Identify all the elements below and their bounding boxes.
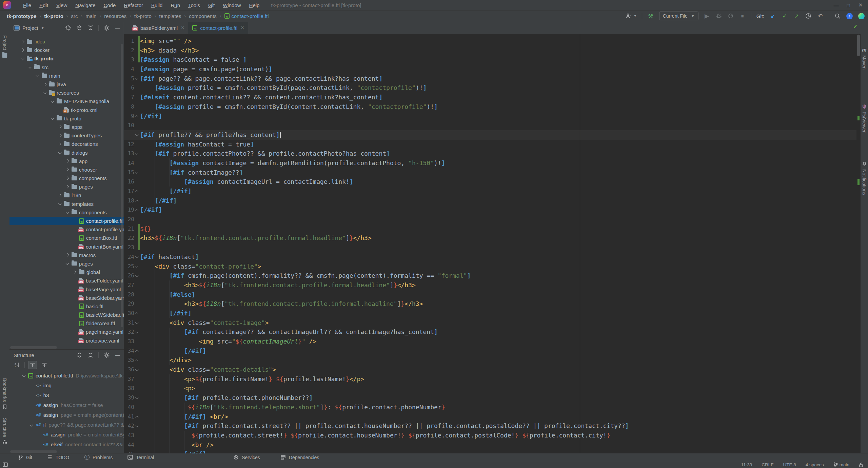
locate-icon[interactable] xyxy=(65,24,72,31)
menu-window[interactable]: Window xyxy=(219,2,245,8)
chevron-collapsed-icon[interactable] xyxy=(58,124,62,129)
code-line-17[interactable]: [/#if] xyxy=(140,187,856,196)
chevron-collapsed-icon[interactable] xyxy=(58,133,62,138)
code-line-41[interactable]: [/#if] <br/> xyxy=(140,412,856,422)
breadcrumb-item[interactable]: ftlcontact-profile.ftl xyxy=(224,13,269,19)
code-line-8[interactable]: [#assign profile = cmsfn.contentById(con… xyxy=(140,102,856,112)
ide-update-icon[interactable]: ↑ xyxy=(846,13,853,19)
editor-gutter[interactable]: 1234567891011121314151617181920212223242… xyxy=(124,34,140,453)
chevron-expanded-icon[interactable] xyxy=(65,210,70,215)
structure-item-assign[interactable]: <#assignpage = cmsfn.page(content) xyxy=(9,410,124,420)
minimize-icon[interactable]: — xyxy=(831,1,842,9)
tree-item-components[interactable]: components xyxy=(9,174,124,182)
breadcrumb-item[interactable]: components xyxy=(189,13,217,19)
fold-marker-icon[interactable] xyxy=(135,264,138,268)
code-line-38[interactable]: <p> xyxy=(140,384,856,393)
tool-window-button-dependencies[interactable]: Dependencies xyxy=(280,454,319,461)
chevron-collapsed-icon[interactable] xyxy=(65,184,70,189)
code-line-29[interactable]: <h3>${i18n["tk.frontend.contact.profile.… xyxy=(140,299,856,309)
tree-item-i18n[interactable]: i18n xyxy=(9,191,124,199)
code-line-22[interactable]: <h3>${i18n["tk.frontend.contact.profile.… xyxy=(140,233,856,243)
code-line-12[interactable]: [#assign hasContact = true] xyxy=(140,140,856,149)
structure-item-contact-profile.ftl[interactable]: ftlcontact-profile.ftlD:\java\workspace\… xyxy=(9,371,124,381)
tree-item-basicWSidebar.ftl[interactable]: ftlbasicWSidebar.ftl xyxy=(9,311,124,319)
tool-window-button-services[interactable]: Services xyxy=(233,454,260,461)
tree-item-tk-proto[interactable]: tk-proto xyxy=(9,54,124,63)
code-line-15[interactable]: [#if contactImage??] xyxy=(140,168,856,177)
git-push-icon[interactable]: ↗ xyxy=(793,13,800,19)
editor-tab-contact-profile.ftl[interactable]: ftlcontact-profile.ftl× xyxy=(188,22,248,34)
menu-refactor[interactable]: Refactor xyxy=(120,2,147,8)
tab-close-icon[interactable]: × xyxy=(241,25,244,31)
tree-item-.idea[interactable]: .idea xyxy=(9,37,124,46)
fold-marker-icon[interactable] xyxy=(135,320,138,324)
tree-item-templates[interactable]: templates xyxy=(9,200,124,208)
code-line-21[interactable]: ${} xyxy=(140,224,856,234)
menu-edit[interactable]: Edit xyxy=(35,2,52,8)
fold-marker-icon[interactable] xyxy=(135,255,138,258)
menu-navigate[interactable]: Navigate xyxy=(71,2,99,8)
fold-marker-icon[interactable] xyxy=(135,311,138,314)
autoscroll-to-source-button[interactable] xyxy=(40,361,48,369)
chevron-down-icon[interactable]: ▼ xyxy=(41,26,44,30)
collapse-all-icon[interactable] xyxy=(87,24,94,31)
chevron-collapsed-icon[interactable] xyxy=(65,159,70,163)
gradient-icon[interactable] xyxy=(858,13,865,19)
tree-item-contact-profile.yaml[interactable]: YMLcontact-profile.yaml xyxy=(9,225,124,234)
editor-tab-baseFolder.yaml[interactable]: YMLbaseFolder.yaml× xyxy=(129,22,188,34)
chevron-expanded-icon[interactable] xyxy=(43,91,47,95)
expand-all-icon[interactable] xyxy=(76,352,83,358)
fold-marker-icon[interactable] xyxy=(135,170,138,174)
code-line-39[interactable]: [#if profile.contact.phoneNumber??] xyxy=(140,393,856,403)
breadcrumb-item[interactable]: tk-proto xyxy=(134,13,152,19)
menu-view[interactable]: View xyxy=(52,2,71,8)
fold-marker-icon[interactable] xyxy=(135,114,138,117)
code-lines[interactable]: <img src="" /><h3> dsada </h3>[#assign h… xyxy=(140,34,856,453)
code-line-10[interactable] xyxy=(140,121,856,130)
tree-item-src[interactable]: src xyxy=(9,63,124,72)
menu-build[interactable]: Build xyxy=(147,2,166,8)
code-line-16[interactable]: [#assign contactImageUrl = contactImage.… xyxy=(140,177,856,187)
search-icon[interactable] xyxy=(834,13,841,19)
tree-item-app[interactable]: app xyxy=(9,157,124,165)
fold-marker-icon[interactable] xyxy=(135,151,138,155)
menu-git[interactable]: Git xyxy=(204,2,219,8)
chevron-collapsed-icon[interactable] xyxy=(58,142,62,147)
code-line-20[interactable] xyxy=(140,215,856,224)
code-line-35[interactable]: </div> xyxy=(140,355,856,365)
fold-marker-icon[interactable] xyxy=(135,133,138,136)
fold-marker-icon[interactable] xyxy=(135,76,138,80)
tree-item-basePage.yaml[interactable]: YMLbasePage.yaml xyxy=(9,285,124,293)
chevron-expanded-icon[interactable] xyxy=(28,65,33,70)
chevron-expanded-icon[interactable] xyxy=(50,116,55,121)
tool-window-button-git[interactable]: Git xyxy=(17,454,32,461)
history-icon[interactable] xyxy=(805,13,812,19)
code-line-4[interactable]: [#assign page = cmsfn.page(content)] xyxy=(140,64,856,74)
chevron-collapsed-icon[interactable] xyxy=(58,193,62,198)
chevron-expanded-icon[interactable] xyxy=(65,261,70,266)
profiler-icon[interactable] xyxy=(727,13,734,19)
tree-item-META-INF.magnolia[interactable]: META-INF.magnolia xyxy=(9,97,124,105)
settings-icon[interactable] xyxy=(103,352,110,358)
tool-window-button-problems[interactable]: !Problems xyxy=(83,454,113,461)
chevron-collapsed-icon[interactable] xyxy=(65,176,70,181)
editor-scrollbar[interactable] xyxy=(856,34,861,453)
tool-window-switcher-icon[interactable] xyxy=(3,462,8,467)
code-line-37[interactable]: <p>${profile.firstName!} ${profile.lastN… xyxy=(140,374,856,384)
code-line-36[interactable]: <div class="contact-details"> xyxy=(140,365,856,374)
breadcrumb-item[interactable]: main xyxy=(85,13,97,19)
caret-position-widget[interactable]: 11:39 xyxy=(741,462,752,467)
fold-marker-icon[interactable] xyxy=(135,189,138,192)
tree-item-contentBox.yaml[interactable]: YMLcontentBox.yaml xyxy=(9,242,124,251)
tree-item-tk-proto.xml[interactable]: <>tk-proto.xml xyxy=(9,106,124,114)
code-line-2[interactable]: <h3> dsada </h3> xyxy=(140,46,856,55)
tree-item-basic.ftl[interactable]: ftlbasic.ftl xyxy=(9,302,124,311)
breadcrumb-item[interactable]: src xyxy=(71,13,78,19)
tree-item-java[interactable]: java xyxy=(9,80,124,89)
code-line-45[interactable]: [/#if] xyxy=(140,449,856,453)
expand-all-icon[interactable] xyxy=(76,24,83,31)
code-line-40[interactable]: ${i18n["tk.frontend.telephone.short"]}: … xyxy=(140,403,856,412)
chevron-expanded-icon[interactable] xyxy=(22,373,26,378)
chevron-collapsed-icon[interactable] xyxy=(65,167,70,172)
chevron-expanded-icon[interactable] xyxy=(35,73,40,78)
